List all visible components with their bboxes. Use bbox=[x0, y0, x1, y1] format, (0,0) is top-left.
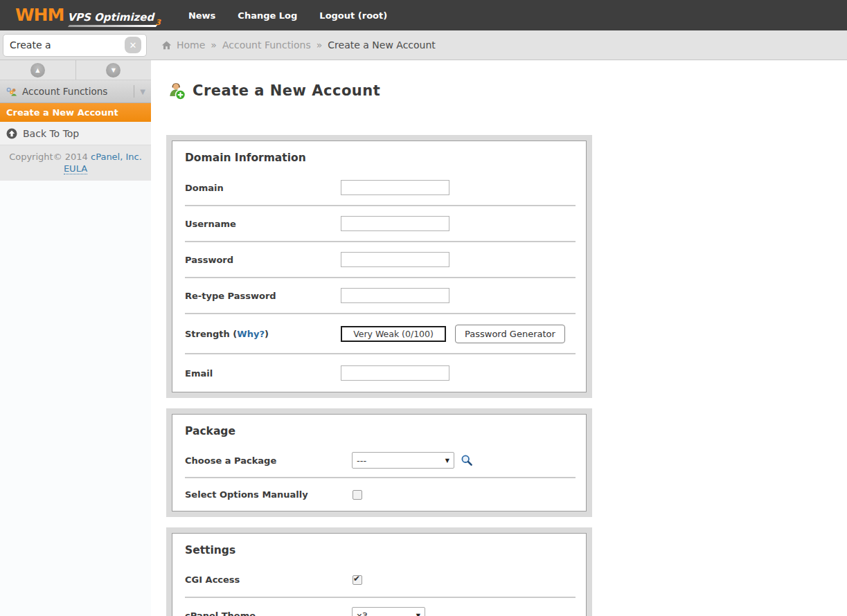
create-account-icon bbox=[166, 81, 186, 100]
sidebar-item-create-account[interactable]: Create a New Account bbox=[0, 103, 151, 122]
breadcrumb-home[interactable]: Home bbox=[177, 39, 205, 51]
whm-logo-product: VPS Optimized bbox=[67, 11, 154, 26]
sidebar-group-account-functions[interactable]: Account Functions ▼ bbox=[0, 80, 151, 103]
home-icon[interactable] bbox=[161, 40, 172, 51]
section-title: Settings bbox=[172, 534, 586, 563]
sidebar-background bbox=[0, 181, 151, 616]
why-link[interactable]: Why? bbox=[237, 329, 265, 339]
arrow-down-icon: ▼ bbox=[106, 63, 121, 78]
breadcrumb-separator: » bbox=[211, 39, 217, 51]
caret-down-icon: ▼ bbox=[416, 613, 420, 616]
chevron-down-icon[interactable]: ▼ bbox=[140, 88, 145, 96]
arrow-up-circle-icon bbox=[6, 128, 17, 139]
form-row-cgi-access: CGI Access bbox=[172, 563, 586, 597]
whm-logo-text: WHM bbox=[15, 5, 64, 25]
password-input[interactable] bbox=[341, 252, 449, 267]
back-to-top-button[interactable]: Back To Top bbox=[0, 122, 151, 145]
breadcrumb-account-functions[interactable]: Account Functions bbox=[222, 39, 311, 51]
top-nav: News Change Log Logout (root) bbox=[188, 10, 409, 21]
form-row-retype-password: Re-type Password bbox=[172, 278, 586, 313]
nav-logout[interactable]: Logout (root) bbox=[319, 10, 387, 21]
section-title: Domain Information bbox=[172, 141, 586, 170]
username-label: Username bbox=[185, 219, 341, 229]
section-title: Package bbox=[172, 415, 586, 444]
breadcrumb-separator: » bbox=[316, 39, 323, 51]
nav-news[interactable]: News bbox=[188, 10, 215, 21]
form-row-choose-package: Choose a Package --- ▼ bbox=[172, 444, 586, 477]
section-package: Package Choose a Package --- ▼ bbox=[166, 408, 592, 517]
account-functions-icon bbox=[6, 86, 17, 97]
main-content: Create a New Account Domain Information … bbox=[151, 60, 847, 616]
username-input[interactable] bbox=[341, 216, 449, 231]
form-row-password: Password bbox=[172, 242, 586, 277]
sidebar-item-label: Create a New Account bbox=[6, 107, 118, 118]
form-row-select-options: Select Options Manually bbox=[172, 478, 586, 511]
section-settings: Settings CGI Access cPanel Theme x3 ▼ bbox=[166, 527, 592, 616]
cpanel-theme-select[interactable]: x3 ▼ bbox=[352, 607, 425, 616]
sidebar-copyright: Copyright© 2014 cPanel, Inc. EULA bbox=[0, 145, 151, 181]
email-label: Email bbox=[185, 368, 341, 379]
section-domain-information: Domain Information Domain Username Passw… bbox=[166, 135, 592, 398]
page-header: Create a New Account bbox=[166, 81, 847, 100]
sidebar-search: ✕ bbox=[0, 34, 151, 57]
nav-change-log[interactable]: Change Log bbox=[238, 10, 297, 21]
cpanel-theme-select-value: x3 bbox=[357, 610, 416, 616]
password-generator-button[interactable]: Password Generator bbox=[455, 325, 565, 343]
scroll-down-button[interactable]: ▼ bbox=[76, 60, 152, 80]
cgi-access-label: CGI Access bbox=[185, 574, 341, 585]
copyright-text: Copyright© 2014 bbox=[9, 152, 91, 162]
package-search-icon[interactable] bbox=[461, 454, 473, 466]
sidebar: ▲ ▼ Account Functions ▼ Create a New Acc… bbox=[0, 60, 151, 616]
scroll-up-button[interactable]: ▲ bbox=[0, 60, 76, 80]
choose-package-label: Choose a Package bbox=[185, 455, 341, 466]
select-options-manually-checkbox[interactable] bbox=[353, 490, 362, 500]
strength-label-text: Strength ( bbox=[185, 329, 237, 339]
form-row-strength: Strength (Why?) Very Weak (0/100) Passwo… bbox=[172, 314, 586, 353]
email-input[interactable] bbox=[341, 365, 449, 381]
close-icon: ✕ bbox=[130, 40, 137, 51]
form-row-username: Username bbox=[172, 206, 586, 241]
retype-password-label: Re-type Password bbox=[185, 291, 341, 301]
domain-input[interactable] bbox=[341, 180, 449, 195]
back-to-top-label: Back To Top bbox=[23, 128, 79, 139]
form-row-domain: Domain bbox=[172, 170, 586, 205]
breadcrumb: Home » Account Functions » Create a New … bbox=[161, 39, 436, 51]
package-select-value: --- bbox=[357, 455, 445, 466]
search-clear-button[interactable]: ✕ bbox=[125, 37, 141, 53]
select-options-manually-label: Select Options Manually bbox=[185, 489, 341, 500]
caret-down-icon: ▼ bbox=[445, 458, 449, 464]
page-title: Create a New Account bbox=[193, 82, 380, 99]
form-row-email: Email bbox=[172, 354, 586, 392]
arrow-up-icon: ▲ bbox=[30, 63, 45, 78]
whm-logo[interactable]: WHM VPS Optimized 3 bbox=[15, 5, 161, 26]
package-select[interactable]: --- ▼ bbox=[352, 452, 454, 469]
sidebar-scroll-controls: ▲ ▼ bbox=[0, 60, 151, 80]
strength-label-suffix: ) bbox=[265, 329, 269, 339]
cpanel-link[interactable]: cPanel, Inc. bbox=[91, 152, 142, 162]
form-row-cpanel-theme: cPanel Theme x3 ▼ bbox=[172, 598, 586, 616]
eula-link[interactable]: EULA bbox=[64, 163, 87, 174]
group-header-divider bbox=[134, 85, 134, 98]
strength-label: Strength (Why?) bbox=[185, 329, 341, 339]
password-label: Password bbox=[185, 255, 341, 265]
domain-label: Domain bbox=[185, 183, 341, 193]
toolbar-strip: ✕ Home » Account Functions » Create a Ne… bbox=[0, 30, 847, 60]
whm-logo-version: 3 bbox=[155, 18, 161, 27]
cpanel-theme-label: cPanel Theme bbox=[185, 610, 341, 616]
top-bar: WHM VPS Optimized 3 News Change Log Logo… bbox=[0, 0, 847, 30]
retype-password-input[interactable] bbox=[341, 288, 449, 303]
breadcrumb-current: Create a New Account bbox=[328, 39, 436, 51]
cgi-access-checkbox[interactable] bbox=[353, 575, 362, 585]
password-strength-meter: Very Weak (0/100) bbox=[341, 326, 446, 342]
sidebar-group-label: Account Functions bbox=[22, 86, 134, 97]
